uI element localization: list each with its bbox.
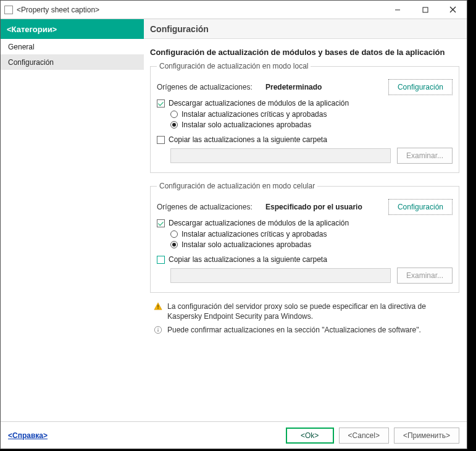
svg-rect-1 (423, 7, 428, 12)
sidebar-item-general[interactable]: General (1, 39, 144, 54)
close-button[interactable] (439, 1, 467, 19)
checkbox-download-modules-cellular[interactable]: Descargar actualizaciones de módulos de … (157, 219, 453, 227)
radio-icon (170, 111, 178, 118)
check-icon (157, 219, 165, 227)
confirm-updates-info: Puede confirmar actualizaciones en la se… (154, 325, 459, 335)
sources-label: Orígenes de actualizaciones: (157, 203, 265, 211)
section-title: Configuración de actualización de módulo… (150, 48, 459, 57)
ok-button[interactable]: <Ok> (286, 428, 334, 444)
sidebar-header: <Категории> (1, 19, 144, 39)
browse-button-local[interactable]: Examinar... (397, 148, 453, 164)
property-sheet-window: <Property sheet caption> <Категории> Gen… (0, 0, 467, 449)
checkbox-label: Descargar actualizaciones de módulos de … (169, 219, 349, 227)
info-text: Puede confirmar actualizaciones en la se… (167, 325, 421, 335)
svg-rect-8 (157, 330, 158, 332)
maximize-button[interactable] (411, 1, 439, 19)
checkbox-copy-folder-local[interactable]: Copiar las actualizaciones a la siguient… (157, 135, 453, 144)
sources-value: Predeterminado (265, 83, 388, 91)
cancel-button[interactable]: <Cancel> (339, 428, 389, 444)
group-cellular-mode: Configuración de actualización en modo c… (150, 182, 459, 293)
radio-icon (170, 230, 178, 238)
check-icon (157, 99, 165, 107)
radio-icon (170, 241, 178, 248)
sidebar-item-label: Configuración (8, 58, 54, 67)
radio-critical-approved-cellular[interactable]: Instalar actualizaciones críticas y apro… (170, 230, 453, 238)
group-local-legend: Configuración de actualización en modo l… (157, 62, 311, 70)
svg-rect-9 (157, 328, 158, 329)
checkbox-label: Copiar las actualizaciones a la siguient… (169, 255, 327, 264)
warning-text: La configuración del servidor proxy solo… (167, 301, 459, 321)
configure-sources-button-cellular[interactable]: Configuración (388, 199, 453, 215)
radio-only-approved-cellular[interactable]: Instalar solo actualizaciones aprobadas (170, 240, 453, 249)
check-icon (157, 136, 165, 144)
checkbox-download-modules-local[interactable]: Descargar actualizaciones de módulos de … (157, 99, 453, 107)
checkbox-copy-folder-cellular[interactable]: Copiar las actualizaciones a la siguient… (157, 255, 453, 264)
radio-label: Instalar solo actualizaciones aprobadas (182, 240, 311, 249)
check-icon (157, 256, 165, 264)
info-icon (154, 326, 162, 334)
copy-folder-path-cellular[interactable] (170, 268, 391, 283)
radio-icon (170, 121, 178, 129)
checkbox-label: Descargar actualizaciones de módulos de … (169, 99, 349, 107)
minimize-button[interactable] (383, 1, 411, 19)
footer: <Справка> <Ok> <Cancel> <Применить> (1, 421, 467, 449)
checkbox-label: Copiar las actualizaciones a la siguient… (169, 135, 327, 144)
radio-label: Instalar actualizaciones críticas y apro… (182, 230, 327, 238)
main-panel: Configuración Configuración de actualiza… (144, 19, 467, 421)
titlebar: <Property sheet caption> (1, 1, 467, 19)
help-link[interactable]: <Справка> (8, 431, 48, 440)
copy-folder-path-local[interactable] (170, 148, 391, 163)
warning-icon (154, 302, 162, 311)
radio-critical-approved-local[interactable]: Instalar actualizaciones críticas y apro… (170, 110, 453, 119)
sidebar-item-configuracion[interactable]: Configuración (1, 54, 144, 70)
sources-label: Orígenes de actualizaciones: (157, 83, 265, 91)
sidebar: <Категории> General Configuración (1, 19, 144, 421)
group-local-mode: Configuración de actualización en modo l… (150, 62, 459, 173)
browse-button-cellular[interactable]: Examinar... (397, 268, 453, 284)
configure-sources-button[interactable]: Configuración (388, 79, 453, 95)
radio-label: Instalar actualizaciones críticas y apro… (182, 110, 327, 119)
radio-only-approved-local[interactable]: Instalar solo actualizaciones aprobadas (170, 120, 453, 129)
sidebar-item-label: General (8, 43, 35, 51)
proxy-warning: La configuración del servidor proxy solo… (154, 301, 459, 321)
sources-value: Especificado por el usuario (265, 203, 388, 211)
svg-rect-6 (157, 308, 158, 309)
app-icon (4, 6, 13, 14)
svg-rect-5 (157, 305, 158, 307)
window-title: <Property sheet caption> (17, 6, 99, 14)
apply-button[interactable]: <Применить> (394, 428, 459, 444)
group-cellular-legend: Configuración de actualización en modo c… (157, 182, 317, 190)
main-header: Configuración (144, 19, 467, 39)
radio-label: Instalar solo actualizaciones aprobadas (182, 120, 311, 129)
